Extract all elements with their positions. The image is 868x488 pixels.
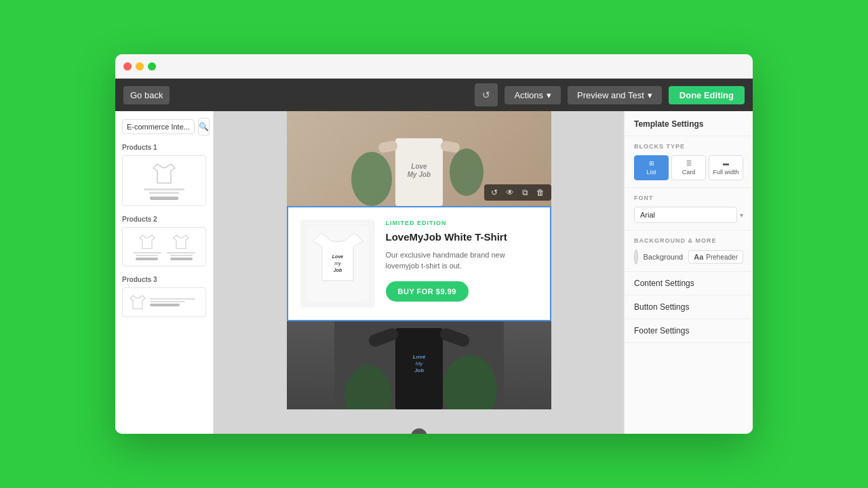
card-icon: ☰ xyxy=(686,160,692,167)
product-info: LIMITED EDITION LoveMyJob White T-Shirt … xyxy=(386,220,538,302)
product-group-3-title: Products 3 xyxy=(122,276,206,283)
product-3-tshirt-icon xyxy=(128,293,147,311)
preview-button[interactable]: Preview and Test ▾ xyxy=(568,86,662,104)
email-bottom-section: Love My Job xyxy=(287,321,551,409)
svg-text:my: my xyxy=(334,261,341,266)
buy-button[interactable]: BUY FOR $9.99 xyxy=(386,281,469,302)
svg-point-1 xyxy=(450,148,484,196)
block-type-card-button[interactable]: ☰ Card xyxy=(671,155,706,180)
content-settings-item[interactable]: Content Settings xyxy=(625,272,753,296)
svg-rect-5 xyxy=(377,140,397,154)
font-select-row: Arial ▾ xyxy=(634,207,743,223)
full-label: Full width xyxy=(713,169,738,176)
card-label: Card xyxy=(682,169,696,176)
footer-settings-item[interactable]: Footer Settings xyxy=(625,319,753,343)
product-group-3: Products 3 xyxy=(122,276,206,317)
font-chevron-icon: ▾ xyxy=(740,211,743,219)
delete-block-button[interactable]: 🗑 xyxy=(534,186,547,199)
email-product-section[interactable]: ↺ 👁 ⧉ 🗑 xyxy=(287,206,551,321)
main-content: E-commerce Inte... 🔍 Products 1 xyxy=(115,111,753,434)
bg-row: Background Aa Preheader xyxy=(634,249,743,264)
preview-label: Preview and Test xyxy=(577,90,644,100)
add-section-button[interactable]: + xyxy=(411,428,427,434)
preheader-aa-icon: Aa xyxy=(694,253,703,261)
product-name: LoveMyJob White T-Shirt xyxy=(386,230,538,244)
font-section: FONT Arial ▾ xyxy=(625,188,753,230)
preview-block-button[interactable]: 👁 xyxy=(503,186,517,199)
product-image: Love my Job xyxy=(300,220,375,308)
center-canvas[interactable]: Love My Job ↺ 👁 xyxy=(214,111,624,434)
template-dropdown[interactable]: E-commerce Inte... xyxy=(122,119,195,134)
block-type-full-button[interactable]: ▬ Full width xyxy=(709,155,743,180)
close-button[interactable] xyxy=(123,62,132,70)
product-template-3[interactable] xyxy=(122,287,206,317)
background-section: BACKGROUND & MORE Background Aa Preheade… xyxy=(625,230,753,272)
maximize-button[interactable] xyxy=(148,62,156,70)
product-description: Our exclusive handmade brand new lovemyj… xyxy=(386,249,538,272)
actions-label: Actions xyxy=(514,90,543,100)
svg-point-0 xyxy=(351,152,392,206)
hero-person-svg: Love My Job xyxy=(351,111,487,206)
toolbar: Go back ↺ Actions ▾ Preview and Test ▾ D… xyxy=(115,79,753,111)
svg-text:Job: Job xyxy=(414,367,423,373)
history-button[interactable]: ↺ xyxy=(475,83,498,106)
product-template-1[interactable] xyxy=(122,155,206,206)
actions-chevron-icon: ▾ xyxy=(547,90,551,100)
block-type-list-button[interactable]: ⊞ List xyxy=(634,155,669,180)
blocks-type-section: BLOCKS TYPE ⊞ List ☰ Card ▬ Full width xyxy=(625,136,753,188)
svg-text:Job: Job xyxy=(333,268,342,272)
go-back-button[interactable]: Go back xyxy=(123,86,170,104)
svg-text:My Job: My Job xyxy=(407,171,430,178)
preheader-button[interactable]: Aa Preheader xyxy=(688,250,743,264)
blocks-type-row: ⊞ List ☰ Card ▬ Full width xyxy=(634,155,743,180)
title-bar xyxy=(115,54,753,79)
product-group-2-title: Products 2 xyxy=(122,216,206,223)
panel-header: E-commerce Inte... 🔍 xyxy=(122,118,206,136)
product-badge: LIMITED EDITION xyxy=(386,220,538,226)
background-label: BACKGROUND & MORE xyxy=(634,237,743,244)
block-toolbar: ↺ 👁 ⧉ 🗑 xyxy=(484,184,551,201)
actions-button[interactable]: Actions ▾ xyxy=(505,86,561,104)
rotate-block-button[interactable]: ↺ xyxy=(488,186,500,199)
product-1-tshirt-icon xyxy=(151,161,178,186)
done-editing-button[interactable]: Done Editing xyxy=(669,86,745,104)
search-button[interactable]: 🔍 xyxy=(198,118,210,136)
minimize-button[interactable] xyxy=(136,62,144,70)
product-2b-tshirt-icon xyxy=(172,233,191,251)
search-icon: 🔍 xyxy=(199,122,209,131)
list-label: List xyxy=(646,169,656,176)
traffic-lights xyxy=(123,62,156,70)
product-block: Love my Job LIMITED EDITION LoveMyJob Wh… xyxy=(287,206,551,321)
button-settings-item[interactable]: Button Settings xyxy=(625,296,753,319)
copy-block-button[interactable]: ⧉ xyxy=(519,186,531,199)
bottom-person-svg: Love My Job xyxy=(334,321,504,409)
right-panel: Template Settings BLOCKS TYPE ⊞ List ☰ C… xyxy=(624,111,753,434)
preheader-label: Preheader xyxy=(706,253,738,261)
background-text: Background xyxy=(644,253,684,261)
font-select[interactable]: Arial xyxy=(634,207,737,223)
svg-rect-6 xyxy=(439,140,460,154)
email-canvas: Love My Job ↺ 👁 xyxy=(214,111,624,434)
product-2a-tshirt-icon xyxy=(138,233,157,251)
product-tshirt-svg: Love my Job xyxy=(307,226,368,301)
bottom-person-image: Love My Job xyxy=(287,321,551,409)
product-group-1: Products 1 xyxy=(122,144,206,206)
full-icon: ▬ xyxy=(723,160,729,167)
background-color-picker[interactable] xyxy=(634,249,638,264)
preview-chevron-icon: ▾ xyxy=(648,90,652,100)
product-group-2: Products 2 xyxy=(122,216,206,266)
font-label: FONT xyxy=(634,195,743,201)
product-group-1-title: Products 1 xyxy=(122,144,206,151)
svg-text:My: My xyxy=(415,361,423,367)
list-icon: ⊞ xyxy=(649,160,654,167)
svg-text:Love: Love xyxy=(411,163,427,170)
product-template-2[interactable] xyxy=(122,227,206,266)
svg-text:Love: Love xyxy=(332,254,342,259)
svg-text:Love: Love xyxy=(412,354,425,360)
app-window: Go back ↺ Actions ▾ Preview and Test ▾ D… xyxy=(115,54,753,434)
blocks-type-label: BLOCKS TYPE xyxy=(634,143,743,150)
template-settings-title: Template Settings xyxy=(625,111,753,136)
left-panel: E-commerce Inte... 🔍 Products 1 xyxy=(115,111,214,434)
